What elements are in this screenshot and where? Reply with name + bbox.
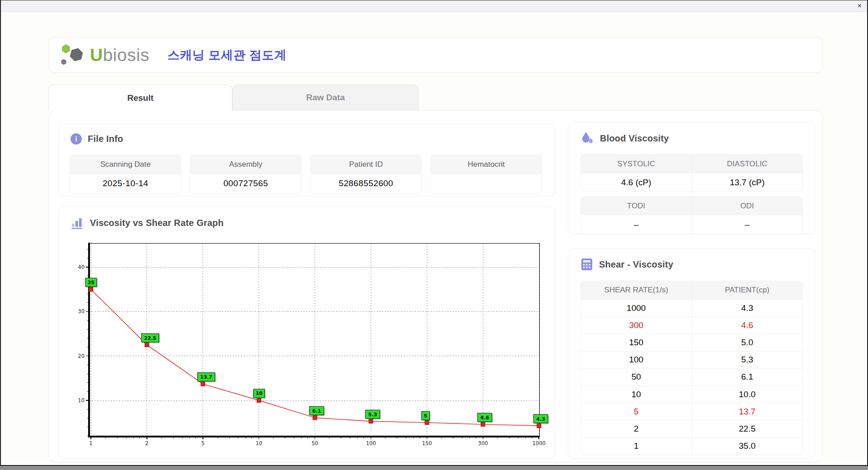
svg-text:35: 35	[88, 280, 94, 286]
blood-viscosity-card: Blood Viscosity SYSTOLICDIASTOLIC4.6 (cP…	[568, 122, 815, 234]
patient-column-header: PATIENT(cp)	[692, 281, 803, 299]
patient-viscosity-cell: 5.3	[692, 352, 803, 368]
shear-viscosity-title: Shear - Viscosity	[599, 259, 673, 270]
svg-text:100: 100	[366, 440, 376, 446]
bv-header-cell: DIASTOLIC	[692, 155, 803, 173]
shear-table-row: 10004.3	[581, 299, 802, 316]
bv-header-cell: ODI	[692, 197, 803, 215]
svg-text:5: 5	[424, 413, 428, 419]
field-label: Hematocrit	[431, 155, 542, 174]
shear-rate-column-header: SHEAR RATE(1/s)	[581, 281, 692, 299]
blood-viscosity-table: SYSTOLICDIASTOLIC4.6 (cP)13.7 (cP)	[580, 154, 803, 192]
shear-table-row: 3004.6	[581, 316, 802, 334]
tab-result[interactable]: Result	[48, 85, 232, 111]
shear-rate-cell: 1000	[581, 300, 692, 316]
svg-text:1000: 1000	[533, 440, 546, 446]
shear-rate-cell: 50	[581, 369, 692, 385]
shear-table-row: 222.5	[581, 420, 802, 437]
tab-raw-data[interactable]: Raw Data	[232, 85, 419, 110]
calculator-icon	[580, 258, 593, 271]
svg-text:4.3: 4.3	[536, 416, 545, 422]
shear-viscosity-table: SHEAR RATE(1/s) PATIENT(cp) 10004.33004.…	[580, 281, 803, 455]
file-info-field: Assembly000727565	[190, 155, 302, 193]
field-value	[431, 174, 542, 193]
shear-table-body: 10004.33004.61505.01005.3506.11010.0513.…	[581, 299, 802, 455]
svg-text:50: 50	[311, 440, 318, 446]
tab-raw-data-label: Raw Data	[306, 93, 345, 103]
field-value: 2025-10-14	[70, 174, 181, 193]
shear-table-row: 506.1	[581, 368, 802, 385]
window-close-button[interactable]: ×	[858, 1, 862, 10]
svg-text:1: 1	[89, 440, 92, 446]
info-icon: i	[71, 133, 82, 145]
svg-text:10: 10	[255, 440, 262, 446]
field-label: Scanning Date	[70, 155, 181, 174]
svg-text:10: 10	[78, 397, 85, 404]
field-value: 000727565	[190, 174, 301, 193]
shear-rate-cell: 5	[581, 403, 692, 420]
file-info-field: Patient ID52868552600	[310, 155, 422, 193]
bv-value-cell: –	[692, 215, 803, 234]
svg-text:40: 40	[78, 264, 85, 270]
svg-text:300: 300	[478, 440, 488, 446]
patient-viscosity-cell: 5.0	[692, 334, 803, 351]
shear-table-row: 1010.0	[581, 385, 802, 403]
content-card: i File Info Scanning Date2025-10-14Assem…	[48, 110, 823, 462]
field-value: 52868552600	[311, 174, 421, 193]
graph-header: Viscosity vs Shear Rate Graph	[71, 216, 224, 230]
blood-drops-icon	[580, 132, 594, 145]
svg-text:13.7: 13.7	[200, 374, 212, 380]
svg-text:6.1: 6.1	[312, 408, 321, 414]
patient-viscosity-cell: 10.0	[692, 386, 803, 403]
shear-rate-cell: 300	[581, 317, 692, 334]
field-label: Patient ID	[311, 155, 421, 174]
blood-viscosity-table: TODIODI––	[580, 196, 803, 234]
tab-result-label: Result	[127, 93, 153, 103]
svg-text:22.5: 22.5	[144, 335, 156, 341]
patient-viscosity-cell: 4.3	[692, 300, 803, 316]
blood-viscosity-tables: SYSTOLICDIASTOLIC4.6 (cP)13.7 (cP)TODIOD…	[580, 154, 803, 238]
patient-viscosity-cell: 13.7	[692, 403, 803, 420]
patient-viscosity-cell: 35.0	[692, 438, 803, 455]
header-card: Ubiosis 스캐닝 모세관 점도계	[48, 37, 823, 73]
patient-viscosity-cell: 22.5	[692, 420, 803, 437]
shear-rate-cell: 10	[581, 386, 692, 403]
file-info-fields: Scanning Date2025-10-14Assembly000727565…	[70, 155, 542, 193]
field-label: Assembly	[190, 155, 301, 174]
shear-rate-cell: 1	[581, 438, 692, 455]
shear-rate-cell: 100	[581, 352, 692, 368]
shear-table-row: 135.0	[581, 437, 802, 455]
bv-value-cell: 4.6 (cP)	[581, 173, 692, 192]
shear-rate-cell: 150	[581, 334, 692, 351]
file-info-header: i File Info	[71, 133, 123, 145]
bv-header-cell: TODI	[581, 197, 692, 215]
shear-viscosity-header: Shear - Viscosity	[580, 258, 673, 271]
file-info-title: File Info	[88, 134, 123, 144]
bar-chart-icon	[71, 216, 84, 230]
svg-text:5.3: 5.3	[368, 412, 377, 418]
svg-text:20: 20	[78, 353, 85, 359]
brand-rest: biosis	[103, 45, 150, 65]
shear-table-header: SHEAR RATE(1/s) PATIENT(cp)	[581, 281, 802, 299]
svg-text:30: 30	[78, 308, 85, 315]
svg-text:10: 10	[255, 390, 263, 396]
shear-table-row: 1505.0	[581, 334, 802, 351]
file-info-field: Scanning Date2025-10-14	[70, 155, 181, 193]
ubiosis-logo-icon	[59, 42, 88, 68]
svg-text:5: 5	[201, 440, 204, 446]
file-info-card: i File Info Scanning Date2025-10-14Assem…	[58, 124, 555, 196]
graph-card: Viscosity vs Shear Rate Graph 1020304012…	[58, 207, 555, 458]
patient-viscosity-cell: 6.1	[692, 369, 803, 385]
app-title-korean: 스캐닝 모세관 점도계	[167, 47, 287, 63]
brand-text: Ubiosis	[90, 45, 149, 65]
blood-viscosity-header: Blood Viscosity	[580, 132, 669, 145]
shear-table-row: 513.7	[581, 403, 802, 420]
shear-table-row: 1005.3	[581, 351, 802, 368]
bv-header-cell: SYSTOLIC	[581, 155, 692, 173]
bv-value-cell: –	[581, 215, 692, 234]
graph-title: Viscosity vs Shear Rate Graph	[90, 218, 224, 228]
blood-viscosity-title: Blood Viscosity	[600, 133, 669, 144]
svg-text:2: 2	[145, 440, 148, 446]
shear-viscosity-card: Shear - Viscosity SHEAR RATE(1/s) PATIEN…	[568, 249, 815, 458]
shear-rate-cell: 2	[581, 420, 692, 437]
